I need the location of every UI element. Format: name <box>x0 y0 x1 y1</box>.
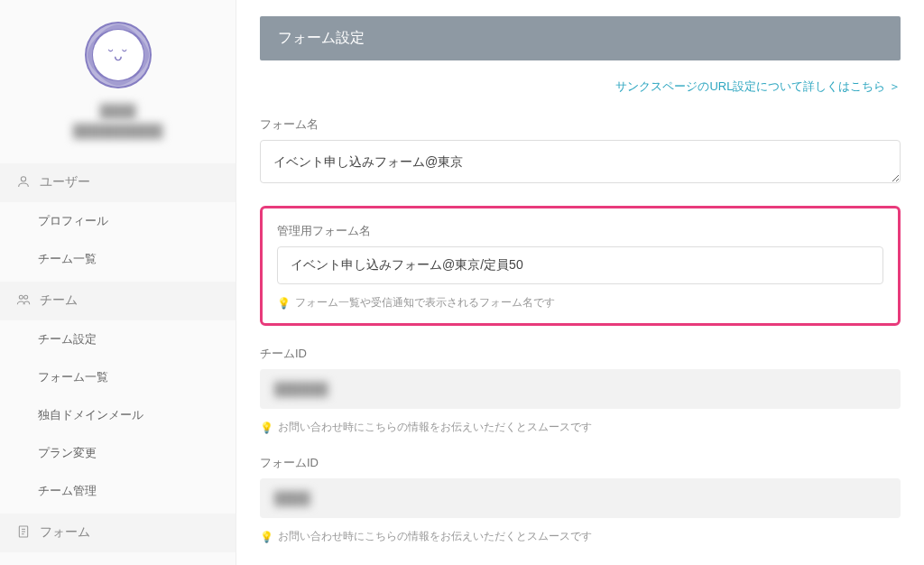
nav-header-label: ユーザー <box>40 174 90 190</box>
help-link-wrapper: サンクスページのURL設定について詳しくはこちら ＞ <box>260 79 901 95</box>
nav-header-form: フォーム <box>0 514 236 552</box>
sidebar-item-plan-change[interactable]: プラン変更 <box>0 434 236 472</box>
user-icon <box>16 174 31 191</box>
field-group-form-id: フォームID ████ 💡 お問い合わせ時にこちらの情報をお伝えいただくとスムー… <box>260 455 901 544</box>
nav-header-user: ユーザー <box>0 163 236 202</box>
admin-form-name-input[interactable] <box>277 246 883 284</box>
sidebar-item-form-settings[interactable]: フォーム設定 › <box>0 552 236 565</box>
sidebar-item-form-list[interactable]: フォーム一覧 <box>0 358 236 396</box>
sidebar-item-team-settings[interactable]: チーム設定 <box>0 320 236 358</box>
sidebar-item-team-admin[interactable]: チーム管理 <box>0 472 236 510</box>
page-title: フォーム設定 <box>260 16 901 60</box>
nav-header-label: フォーム <box>40 524 90 541</box>
nav-header-team: チーム <box>0 282 236 320</box>
sidebar: ˘ᴗ˘ ████ ██████████ ユーザー プロフィール チーム一覧 チー… <box>0 0 236 565</box>
form-id-label: フォームID <box>260 455 901 471</box>
admin-form-name-highlight: 管理用フォーム名 💡 フォーム一覧や受信通知で表示されるフォーム名です <box>260 206 901 326</box>
nav-section-form: フォーム フォーム設定 › <box>0 514 236 565</box>
admin-form-name-hint: 💡 フォーム一覧や受信通知で表示されるフォーム名です <box>277 295 883 310</box>
team-id-value: ██████ <box>260 369 901 409</box>
bulb-icon: 💡 <box>260 531 273 543</box>
field-group-form-name: フォーム名 <box>260 116 901 186</box>
admin-form-name-label: 管理用フォーム名 <box>277 223 883 239</box>
bulb-icon: 💡 <box>277 297 290 310</box>
form-id-value: ████ <box>260 478 901 518</box>
nav-header-label: チーム <box>40 292 78 309</box>
form-icon <box>16 524 31 542</box>
sidebar-item-domain-mail[interactable]: 独自ドメインメール <box>0 396 236 434</box>
team-id-label: チームID <box>260 346 901 362</box>
main-content: フォーム設定 サンクスページのURL設定について詳しくはこちら ＞ フォーム名 … <box>236 0 924 565</box>
sidebar-item-profile[interactable]: プロフィール <box>0 202 236 240</box>
svg-point-2 <box>24 295 28 299</box>
team-id-hint: 💡 お問い合わせ時にこちらの情報をお伝えいただくとスムースです <box>260 420 901 435</box>
field-group-admin-form-name: 管理用フォーム名 💡 フォーム一覧や受信通知で表示されるフォーム名です <box>277 223 883 310</box>
svg-point-0 <box>21 176 25 181</box>
field-group-team-id: チームID ██████ 💡 お問い合わせ時にこちらの情報をお伝えいただくとスム… <box>260 346 901 435</box>
sidebar-item-team-list[interactable]: チーム一覧 <box>0 240 236 278</box>
form-name-input[interactable] <box>260 140 901 183</box>
form-name-label: フォーム名 <box>260 116 901 133</box>
avatar: ˘ᴗ˘ <box>85 22 152 88</box>
svg-point-1 <box>19 295 23 299</box>
profile-section: ˘ᴗ˘ ████ ██████████ <box>0 0 236 160</box>
profile-sub: ██████████ <box>14 121 221 141</box>
nav-section-user: ユーザー プロフィール チーム一覧 <box>0 163 236 278</box>
team-icon <box>16 292 31 310</box>
thanks-page-help-link[interactable]: サンクスページのURL設定について詳しくはこちら ＞ <box>615 79 901 93</box>
nav-section-team: チーム チーム設定 フォーム一覧 独自ドメインメール プラン変更 チーム管理 <box>0 282 236 510</box>
form-id-hint: 💡 お問い合わせ時にこちらの情報をお伝えいただくとスムースです <box>260 529 901 544</box>
profile-name: ████ <box>14 101 221 121</box>
bulb-icon: 💡 <box>260 421 273 434</box>
